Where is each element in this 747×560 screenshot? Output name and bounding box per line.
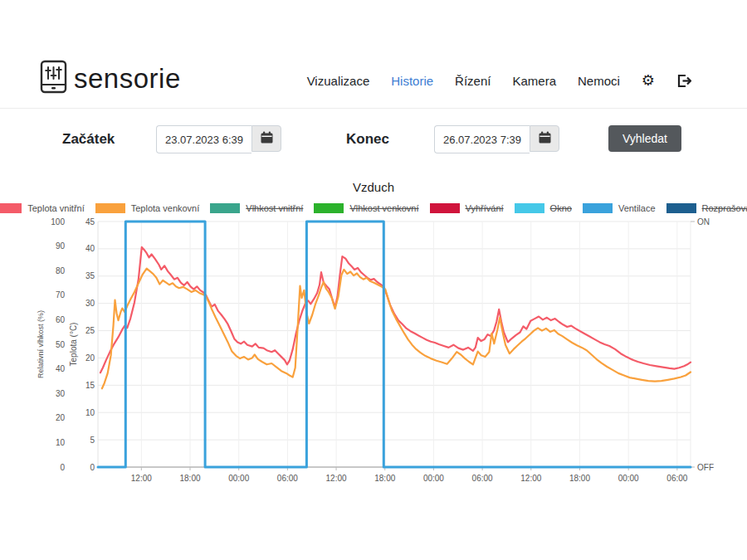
svg-text:0: 0 [60, 463, 65, 472]
svg-text:06:00: 06:00 [472, 474, 493, 483]
svg-text:25: 25 [85, 326, 95, 335]
svg-text:30: 30 [56, 389, 66, 398]
start-date-input[interactable] [156, 125, 251, 153]
nav-item-vizualizace[interactable]: Vizualizace [307, 74, 370, 88]
brand-name: sensorie [74, 63, 181, 95]
end-date-input[interactable] [434, 125, 530, 153]
calendar-icon [261, 131, 273, 146]
calendar-icon [539, 131, 551, 146]
nav-item-rizeni[interactable]: Řízení [455, 74, 491, 88]
svg-text:10: 10 [85, 408, 95, 417]
start-date-label: Začátek [62, 131, 115, 148]
svg-text:12:00: 12:00 [520, 474, 541, 483]
svg-text:00:00: 00:00 [228, 474, 249, 483]
start-calendar-button[interactable] [251, 125, 281, 152]
nav-item-nemoci[interactable]: Nemoci [578, 74, 620, 88]
chart-canvas: 0102030405060708090100051015202530354045… [33, 199, 714, 494]
svg-text:100: 100 [51, 217, 65, 226]
svg-text:18:00: 18:00 [179, 474, 200, 483]
end-calendar-button[interactable] [530, 125, 559, 152]
app-header: sensorie VizualizaceHistorieŘízeníKamera… [0, 0, 747, 109]
svg-text:60: 60 [56, 315, 66, 324]
brand-logo[interactable]: sensorie [40, 60, 181, 97]
svg-text:15: 15 [85, 381, 95, 390]
chart-title: Vzduch [0, 180, 747, 194]
svg-text:0: 0 [90, 463, 95, 472]
svg-text:80: 80 [56, 266, 66, 275]
svg-text:30: 30 [85, 299, 95, 308]
svg-text:40: 40 [85, 244, 95, 253]
settings-gear-icon[interactable]: ⚙ [642, 73, 655, 88]
svg-text:Teplota (°C): Teplota (°C) [69, 323, 78, 367]
svg-text:OFF: OFF [697, 463, 714, 472]
main-nav: VizualizaceHistorieŘízeníKameraNemoci ⚙ [307, 73, 692, 88]
svg-text:35: 35 [85, 271, 95, 280]
search-button[interactable]: Vyhledat [608, 125, 681, 152]
svg-text:70: 70 [56, 290, 66, 299]
svg-text:20: 20 [56, 413, 66, 422]
end-date-group [434, 125, 559, 152]
svg-text:12:00: 12:00 [326, 474, 347, 483]
svg-text:18:00: 18:00 [569, 474, 590, 483]
svg-text:00:00: 00:00 [618, 474, 639, 483]
svg-text:06:00: 06:00 [666, 474, 687, 483]
svg-text:40: 40 [56, 364, 66, 373]
svg-text:90: 90 [56, 241, 66, 251]
svg-text:18:00: 18:00 [374, 474, 395, 483]
logout-icon[interactable] [676, 74, 692, 88]
svg-text:06:00: 06:00 [277, 474, 298, 483]
svg-text:Relativní vlhkost (%): Relativní vlhkost (%) [37, 310, 45, 378]
svg-text:20: 20 [85, 353, 95, 363]
nav-item-historie[interactable]: Historie [391, 74, 433, 88]
svg-text:12:00: 12:00 [131, 474, 152, 483]
legend-swatch [0, 203, 22, 213]
start-date-group [156, 125, 281, 152]
nav-item-kamera[interactable]: Kamera [512, 74, 556, 88]
svg-text:00:00: 00:00 [423, 474, 444, 483]
svg-text:45: 45 [85, 217, 95, 226]
svg-text:ON: ON [697, 217, 710, 226]
svg-text:5: 5 [90, 436, 95, 445]
sensorie-tablet-icon [40, 60, 67, 97]
end-date-label: Konec [346, 131, 389, 148]
svg-text:10: 10 [56, 438, 66, 447]
svg-text:50: 50 [56, 340, 66, 349]
